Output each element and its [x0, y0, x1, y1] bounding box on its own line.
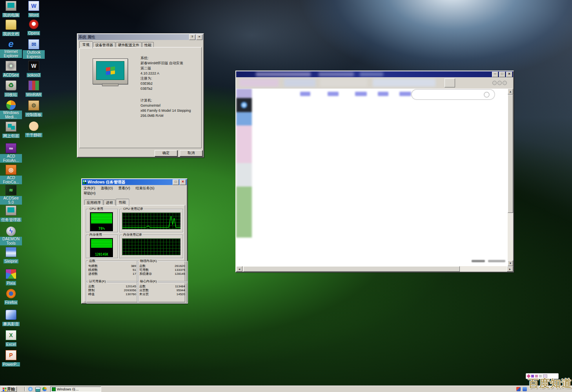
- browser-titlebar[interactable]: ─ □ ✕: [236, 71, 513, 77]
- mem-usage-meter: 120145K: [90, 238, 113, 258]
- toolbar-round-button[interactable]: [492, 81, 497, 85]
- scroll-left-button[interactable]: ◄: [236, 266, 242, 272]
- blurred-nav-link[interactable]: [300, 92, 310, 96]
- tray-icon-blue[interactable]: [523, 387, 527, 391]
- toolbar-round-button[interactable]: [497, 81, 502, 85]
- maximize-icon[interactable]: □: [173, 180, 179, 185]
- desktop-icon-acd-fotoangelo[interactable]: ∞ACD FotoAn...: [0, 143, 22, 163]
- system-properties-titlebar[interactable]: 系统 属性 ? ×: [78, 34, 203, 40]
- desktop-icon-acdsee[interactable]: ACDSee: [0, 61, 22, 78]
- desktop-icon-word[interactable]: WWord: [23, 1, 45, 18]
- horizontal-scroll-thumb[interactable]: [243, 266, 460, 272]
- desktop-icon-internet-explorer[interactable]: eInternet Explorer: [0, 39, 22, 59]
- stat-row: 线程数51: [88, 268, 136, 272]
- scroll-up-button[interactable]: ▲: [508, 89, 513, 94]
- desktop-icon-my-computer[interactable]: 我的电脑: [0, 1, 22, 18]
- taskbar-task-button[interactable]: Windows 任...: [50, 387, 101, 392]
- blurred-nav-link[interactable]: [328, 92, 339, 96]
- scroll-down-button[interactable]: ▼: [508, 260, 513, 266]
- cpu-usage-meter: 78%: [90, 212, 113, 232]
- stat-label: 分页数: [139, 289, 149, 292]
- desktop-icon-label: Firefox: [4, 300, 18, 305]
- desktop-icon-label: Windows Medi...: [0, 111, 22, 119]
- scroll-right-button[interactable]: ►: [507, 266, 513, 272]
- desktop-icon-excel[interactable]: XExcel: [0, 330, 22, 347]
- menu-view[interactable]: 查看(V): [118, 186, 130, 191]
- system-properties-title: 系统 属性: [78, 34, 95, 40]
- blurred-nav-link[interactable]: [378, 92, 388, 96]
- minimize-icon[interactable]: ─: [492, 72, 498, 77]
- quick-launch-ie-icon[interactable]: [28, 387, 33, 391]
- menu-options[interactable]: 选项(O): [101, 186, 113, 191]
- maximize-icon[interactable]: □: [499, 72, 505, 77]
- start-button[interactable]: 开始: [1, 387, 17, 392]
- close-icon[interactable]: ✕: [180, 180, 186, 185]
- stat-value: 113484: [175, 285, 185, 289]
- desktop-icon-my-documents[interactable]: 我的文档: [0, 20, 22, 37]
- quick-launch-show-desktop-icon[interactable]: [35, 387, 40, 392]
- desktop-icon-daemon-tools[interactable]: ϟDAEMON Tools: [0, 227, 22, 246]
- stat-label: 可用数: [139, 268, 149, 272]
- desktop-icon-label: PowerP...: [2, 362, 20, 367]
- blurred-nav-link[interactable]: [355, 92, 367, 96]
- browser-content: [236, 89, 508, 266]
- help-button[interactable]: ?: [189, 34, 195, 40]
- desktop-icon-storm-player[interactable]: 暴风影音: [0, 310, 22, 327]
- stat-row: 总数113484: [139, 285, 185, 289]
- desktop-icon-outlook-express[interactable]: ✉Outlook Express: [23, 39, 45, 60]
- cancel-button[interactable]: 取消: [180, 150, 202, 156]
- stat-label: 系统缓存: [139, 272, 152, 276]
- desktop-icon-network-places[interactable]: 网上邻居: [0, 122, 22, 139]
- stat-value: 120145: [126, 285, 136, 289]
- word-icon: W: [28, 1, 39, 11]
- start-label: 开始: [7, 387, 15, 392]
- acd-fotoangelo-icon: ∞: [5, 143, 16, 153]
- menu-help[interactable]: 帮助(H): [84, 191, 96, 195]
- desktop-icon-winrar[interactable]: WinRAR: [23, 80, 45, 98]
- desktop-icon-acdsee-50[interactable]: ≋ACDSee 5.0: [0, 185, 22, 205]
- vertical-scroll-thumb[interactable]: [508, 94, 513, 213]
- recycle-bin-icon: ♻: [5, 80, 16, 91]
- tray-icon-red[interactable]: [516, 387, 521, 391]
- tab-performance[interactable]: 性能: [116, 199, 129, 206]
- vertical-scrollbar[interactable]: ▲ ▼: [508, 89, 513, 266]
- task-manager-title: Windows 任务管理器: [87, 180, 126, 185]
- windows-flag-icon: [3, 388, 6, 391]
- blurred-nav-link[interactable]: [399, 92, 411, 96]
- desktop-icon-acd-fotocanvas[interactable]: ◎ACD FotoCa...: [0, 165, 22, 185]
- menu-file[interactable]: 文件(F): [84, 186, 95, 191]
- desktop-icon-sokoo3[interactable]: Wsokoo3: [23, 61, 45, 78]
- cpu-history-graph: [122, 212, 181, 230]
- desktop-icon-label: ACDSee: [3, 73, 20, 77]
- desktop-icon-sleipnir[interactable]: Sleipnir: [0, 247, 22, 264]
- tab-general[interactable]: 常规: [79, 41, 93, 48]
- close-icon[interactable]: ✕: [506, 72, 512, 77]
- powerpoint-icon: P: [5, 350, 16, 360]
- close-icon[interactable]: ×: [196, 34, 202, 40]
- monitor-screen: [96, 61, 124, 80]
- stat-row: 可用数133375: [139, 268, 185, 272]
- quick-launch-channels-icon[interactable]: [42, 387, 47, 391]
- toolbar-button[interactable]: [444, 78, 455, 87]
- desktop-icon-pixia[interactable]: Pixia: [0, 269, 22, 286]
- taskmgr-stat-group-3: 核心内存(K)总数113484分页数95944未分页14520: [137, 281, 188, 303]
- task-manager-titlebar[interactable]: Windows 任务管理器 □ ✕: [82, 179, 187, 185]
- horizontal-scrollbar[interactable]: ◄ ►: [236, 266, 513, 272]
- desktop-icon-ttplayer[interactable]: 千千静听: [23, 122, 45, 138]
- search-input[interactable]: [411, 89, 495, 100]
- desktop-icon-task-manager[interactable]: 任务管理器: [0, 205, 22, 223]
- desktop-icon-opera[interactable]: Opera: [23, 20, 45, 36]
- desktop-icon-recycle-bin[interactable]: ♻回收站: [0, 80, 22, 98]
- desktop-icon-windows-media[interactable]: Windows Medi...: [0, 100, 22, 120]
- stat-value: 2093056: [124, 289, 136, 292]
- desktop-icon-control-panel[interactable]: ⚙控制面板: [23, 100, 45, 118]
- my-documents-icon: [5, 20, 16, 30]
- desktop-icon-powerpoint[interactable]: PPowerP...: [0, 350, 22, 367]
- toolbar-round-button[interactable]: [503, 81, 507, 85]
- stat-label: 线程数: [88, 268, 98, 272]
- menu-end-task[interactable]: 结束任务(S): [136, 186, 155, 191]
- desktop-icon-label: 千千静听: [25, 133, 42, 137]
- ok-button[interactable]: 确定: [155, 150, 177, 156]
- desktop-icon-firefox[interactable]: Firefox: [0, 289, 22, 305]
- system-line: 4.10.2222 A: [140, 71, 183, 76]
